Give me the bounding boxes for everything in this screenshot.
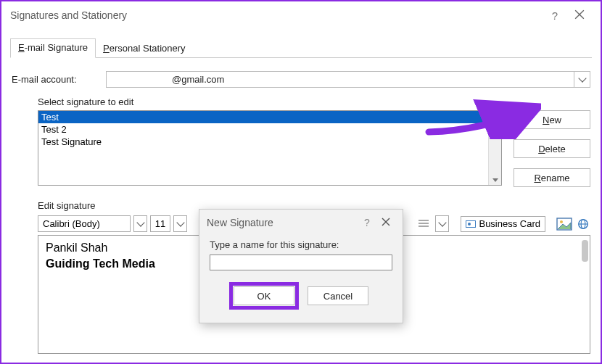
card-icon <box>466 220 476 228</box>
modal-close-button[interactable] <box>376 217 395 228</box>
list-item[interactable]: Test <box>38 111 501 123</box>
tab-email-signature[interactable]: E-mail Signature <box>10 38 96 58</box>
modal-help-button[interactable]: ? <box>358 217 376 228</box>
cancel-button[interactable]: Cancel <box>308 286 368 305</box>
delete-button[interactable]: Delete <box>514 139 590 158</box>
font-size-dropdown[interactable] <box>173 215 187 232</box>
list-item[interactable]: Test 2 <box>38 123 501 136</box>
list-item[interactable]: Test Signature <box>38 136 501 148</box>
chevron-down-icon <box>136 218 144 226</box>
email-account-label: E-mail account: <box>12 74 106 85</box>
font-select[interactable]: Calibri (Body) <box>38 215 131 232</box>
business-card-button[interactable]: Business Card <box>461 216 545 232</box>
email-account-dropdown[interactable]: @gmail.com <box>106 71 590 88</box>
signatures-dialog: Signatures and Stationery ? E-mail Signa… <box>0 0 602 364</box>
font-name: Calibri (Body) <box>43 218 100 229</box>
chevron-down-icon <box>438 218 446 226</box>
new-button[interactable]: New <box>514 110 590 129</box>
select-signature-label: Select signature to edit <box>38 96 590 107</box>
titlebar: Signatures and Stationery ? <box>1 1 601 29</box>
scroll-up-icon <box>492 114 498 117</box>
font-dropdown-button[interactable] <box>133 215 147 232</box>
editor-scrollbar[interactable] <box>582 240 588 262</box>
close-button[interactable] <box>567 9 592 22</box>
svg-point-6 <box>560 220 563 223</box>
new-signature-dialog: New Signature ? Type a name for this sig… <box>199 209 403 323</box>
listbox-scrollbar[interactable] <box>488 111 501 185</box>
tab-personal-stationery[interactable]: Personal Stationery <box>96 40 192 58</box>
chevron-down-icon <box>176 218 184 226</box>
align-dropdown[interactable] <box>435 215 449 232</box>
modal-label: Type a name for this signature: <box>210 239 392 250</box>
close-icon <box>574 9 585 20</box>
chevron-down-icon <box>578 74 586 82</box>
rename-button[interactable]: Rename <box>514 168 590 187</box>
help-button[interactable]: ? <box>543 9 567 22</box>
signature-name-input[interactable] <box>210 255 392 270</box>
window-title: Signatures and Stationery <box>10 9 543 21</box>
signature-listbox[interactable]: Test Test 2 Test Signature <box>38 110 502 186</box>
font-size-input[interactable]: 11 <box>150 215 170 232</box>
align-justify-icon[interactable] <box>415 216 432 232</box>
email-account-value: @gmail.com <box>107 74 224 85</box>
ok-button[interactable]: OK <box>234 286 294 305</box>
tabstrip: E-mail Signature Personal Stationery <box>1 38 601 58</box>
dropdown-arrow[interactable] <box>574 72 590 87</box>
close-icon <box>382 218 390 226</box>
modal-title: New Signature <box>207 217 358 228</box>
insert-picture-button[interactable] <box>556 216 573 232</box>
insert-link-button[interactable] <box>576 217 590 231</box>
scroll-down-icon <box>492 178 498 182</box>
